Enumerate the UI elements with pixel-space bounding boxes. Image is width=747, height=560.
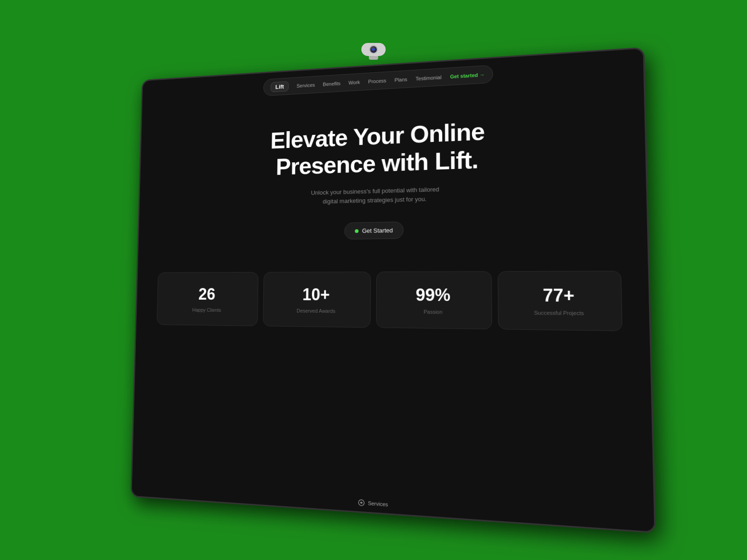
nav-logo: Lift: [270, 81, 289, 92]
hero-cta-button[interactable]: Get Started: [344, 222, 403, 240]
bottom-bar: Services: [132, 479, 654, 532]
stat-number-awards: 10+: [274, 285, 359, 305]
stat-card-happy-clients: 26 Happy Clients: [157, 272, 259, 326]
webcam: [359, 43, 388, 60]
stat-number-passion: 99%: [388, 285, 479, 306]
stat-label-happy-clients: Happy Clients: [167, 307, 247, 313]
hero-subtitle: Unlock your business's full potential wi…: [306, 184, 444, 207]
stats-section: 26 Happy Clients 10+ Deserved Awards 99%…: [136, 256, 650, 347]
nav-link-process[interactable]: Process: [368, 77, 387, 84]
stat-card-projects: 77+ Successful Projects: [497, 271, 622, 331]
hero-btn-dot-icon: [355, 229, 359, 233]
stat-number-projects: 77+: [510, 285, 608, 306]
nav-cta-button[interactable]: Get started →: [450, 71, 485, 79]
monitor: Lift Services Benefits Work Process Plan…: [131, 47, 656, 533]
stat-label-awards: Deserved Awards: [274, 308, 359, 314]
nav-link-benefits[interactable]: Benefits: [323, 80, 341, 87]
webcam-mount: [369, 56, 378, 60]
hero-title: Elevate Your Online Presence with Lift.: [156, 111, 624, 184]
webcam-body: [361, 43, 386, 56]
services-label: Services: [368, 500, 388, 507]
nav-link-work[interactable]: Work: [349, 79, 360, 85]
scene: Lift Services Benefits Work Process Plan…: [117, 51, 630, 509]
stat-number-happy-clients: 26: [168, 285, 247, 304]
webcam-lens: [369, 45, 378, 54]
nav-link-testimonial[interactable]: Testimonial: [416, 74, 441, 81]
services-badge: Services: [358, 498, 388, 508]
hero-btn-label: Get Started: [362, 227, 393, 234]
stat-label-projects: Successful Projects: [510, 310, 609, 317]
stat-label-passion: Passion: [388, 309, 479, 315]
hero-section: Elevate Your Online Presence with Lift. …: [138, 81, 648, 260]
stat-card-passion: 99% Passion: [376, 271, 492, 329]
services-icon: [358, 498, 365, 507]
screen: Lift Services Benefits Work Process Plan…: [132, 49, 654, 532]
nav-link-plans[interactable]: Plans: [395, 77, 407, 83]
stat-card-awards: 10+ Deserved Awards: [263, 272, 371, 328]
nav-link-services[interactable]: Services: [296, 82, 315, 89]
